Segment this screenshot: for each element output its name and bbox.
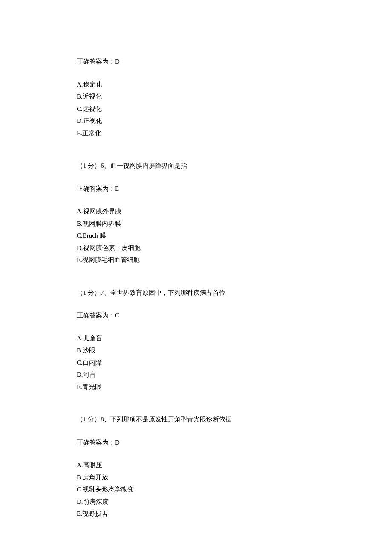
answer-label-8: 正确答案为：D: [77, 436, 315, 449]
option-0-c: C.远视化: [77, 103, 315, 115]
question-title-6: （1 分）6、血一视网膜内屏障界面是指: [77, 160, 315, 172]
option-7-e: E.青光眼: [77, 381, 315, 393]
question-title-7: （1 分）7、全世界致盲原因中，下列哪种疾病占首位: [77, 287, 315, 299]
answer-label-6: 正确答案为：E: [77, 183, 315, 195]
option-8-c: C.视乳头形态学改变: [77, 483, 315, 496]
option-8-b: B.房角开放: [77, 471, 315, 484]
option-7-c: C.白内障: [77, 357, 315, 369]
options-group-8: A.高眼压 B.房角开放 C.视乳头形态学改变 D.前房深度 E.视野损害: [77, 459, 315, 520]
option-7-b: B.沙眼: [77, 344, 315, 357]
option-6-b: B.视网膜内界膜: [77, 218, 315, 230]
question-title-8: （1 分）8、下列那项不是原发性开角型青光眼诊断依据: [77, 413, 315, 426]
option-6-e: E.视网膜毛细血管细胞: [77, 254, 315, 266]
option-8-d: D.前房深度: [77, 496, 315, 508]
options-group-7: A.儿童盲 B.沙眼 C.白内障 D.河盲 E.青光眼: [77, 332, 315, 393]
option-7-d: D.河盲: [77, 369, 315, 381]
answer-label-0: 正确答案为：D: [77, 55, 315, 68]
option-6-a: A.视网膜外界膜: [77, 205, 315, 218]
option-7-a: A.儿童盲: [77, 332, 315, 345]
option-6-c: C.Bruch 膜: [77, 230, 315, 242]
option-8-a: A.高眼压: [77, 459, 315, 471]
options-group-6: A.视网膜外界膜 B.视网膜内界膜 C.Bruch 膜 D.视网膜色素上皮细胞 …: [77, 205, 315, 266]
option-6-d: D.视网膜色素上皮细胞: [77, 242, 315, 254]
option-0-a: A.稳定化: [77, 78, 315, 91]
option-0-b: B.近视化: [77, 90, 315, 103]
option-0-e: E.正常化: [77, 127, 315, 139]
answer-label-7: 正确答案为：C: [77, 309, 315, 322]
option-8-e: E.视野损害: [77, 508, 315, 520]
options-group-0: A.稳定化 B.近视化 C.远视化 D.正视化 E.正常化: [77, 78, 315, 139]
option-0-d: D.正视化: [77, 115, 315, 127]
